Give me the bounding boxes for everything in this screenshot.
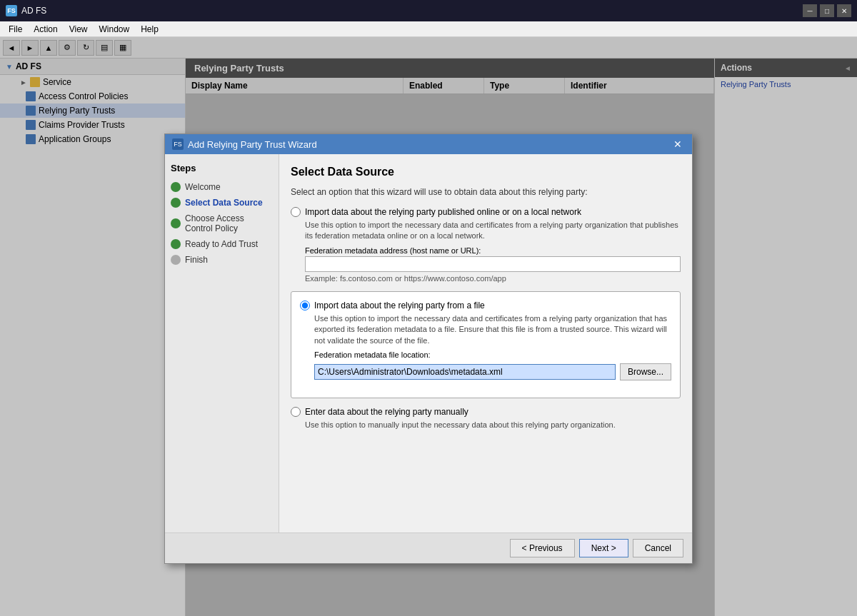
step-welcome: Welcome [171,182,273,192]
radio-manual-label[interactable]: Enter data about the relying party manua… [305,407,468,417]
file-input-row: Browse... [314,363,671,380]
option-file-section: Import data about the relying party from… [291,291,681,398]
dialog-instruction: Select an option that this wizard will u… [291,187,681,197]
file-description: Use this option to import the necessary … [314,313,671,346]
option-manual-row: Enter data about the relying party manua… [291,407,681,417]
step-select-dot [171,198,181,208]
maximize-button[interactable]: □ [820,4,834,17]
online-field-group: Federation metadata address (host name o… [305,246,681,283]
radio-file-label[interactable]: Import data about the relying party from… [314,301,485,310]
online-field-label: Federation metadata address (host name o… [305,246,681,255]
step-finish-dot [171,255,181,265]
menu-view[interactable]: View [64,23,94,36]
manual-description: Use this option to manually input the ne… [305,420,681,430]
step-access-dot [171,218,181,228]
cancel-button[interactable]: Cancel [633,539,683,557]
online-url-input[interactable] [305,256,681,272]
step-welcome-dot [171,182,181,192]
step-welcome-label: Welcome [185,182,221,192]
step-finish-label: Finish [185,255,208,265]
dialog-main: Select Data Source Select an option that… [279,154,692,532]
option-file-row: Import data about the relying party from… [300,301,671,310]
radio-file[interactable] [300,301,310,310]
radio-manual[interactable] [291,407,301,417]
dialog-footer: < Previous Next > Cancel [165,532,692,563]
radio-online-label[interactable]: Import data about the relying party publ… [305,207,581,217]
radio-online[interactable] [291,207,301,217]
dialog-section-title: Select Data Source [291,166,681,178]
step-select-label: Select Data Source [185,198,263,208]
step-select-data-source: Select Data Source [171,198,273,208]
online-field-example: Example: fs.contoso.com or https://www.c… [305,274,681,283]
step-finish: Finish [171,255,273,265]
step-access-label: Choose Access Control Policy [185,213,273,233]
menu-bar: File Action View Window Help [0,21,857,37]
dialog-titlebar: FS Add Relying Party Trust Wizard ✕ [165,134,692,154]
menu-window[interactable]: Window [94,23,136,36]
step-ready-dot [171,239,181,249]
dialog-title: Add Relying Party Trust Wizard [188,139,317,150]
file-field-group: Federation metadata file location: Brows… [314,350,671,380]
wizard-dialog: FS Add Relying Party Trust Wizard ✕ Step… [164,133,693,564]
menu-file[interactable]: File [3,23,28,36]
option-online-row: Import data about the relying party publ… [291,207,681,217]
menu-help[interactable]: Help [135,23,164,36]
dialog-content: Steps Welcome Select Data Source Choose … [165,154,692,532]
dialog-title-group: FS Add Relying Party Trust Wizard [172,138,317,150]
next-button[interactable]: Next > [579,539,628,557]
option-file: Import data about the relying party from… [300,301,671,380]
step-ready-label: Ready to Add Trust [185,239,258,249]
online-description: Use this option to import the necessary … [305,220,681,242]
menu-action[interactable]: Action [28,23,63,36]
file-path-input[interactable] [314,364,616,380]
title-bar: FS AD FS ─ □ ✕ [0,0,857,21]
step-choose-access: Choose Access Control Policy [171,213,273,233]
option-manual: Enter data about the relying party manua… [291,407,681,430]
dialog-close-button[interactable]: ✕ [671,138,685,150]
steps-panel: Steps Welcome Select Data Source Choose … [165,154,279,532]
option-online: Import data about the relying party publ… [291,207,681,283]
title-bar-controls: ─ □ ✕ [803,4,851,17]
app-icon: FS [6,5,17,16]
modal-overlay: FS Add Relying Party Trust Wizard ✕ Step… [0,37,857,616]
title-bar-title: AD FS [21,6,803,16]
step-ready: Ready to Add Trust [171,239,273,249]
file-field-label: Federation metadata file location: [314,350,671,359]
minimize-button[interactable]: ─ [803,4,817,17]
browse-button[interactable]: Browse... [620,363,671,380]
dialog-icon: FS [172,138,184,150]
app-close-button[interactable]: ✕ [837,4,851,17]
steps-title: Steps [171,163,273,173]
previous-button[interactable]: < Previous [510,539,575,557]
